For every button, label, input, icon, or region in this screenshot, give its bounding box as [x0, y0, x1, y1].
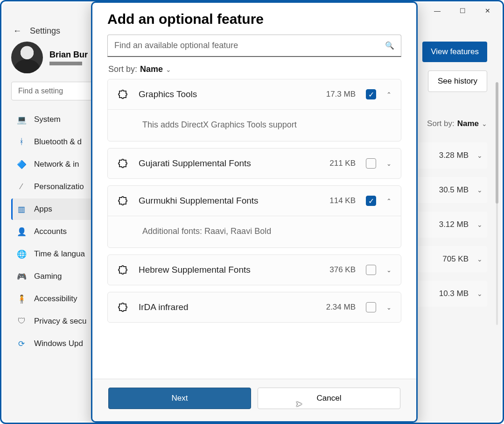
- feature-size: 30.5 MB: [439, 185, 469, 195]
- puzzle-icon: [117, 195, 128, 206]
- puzzle-icon: [117, 302, 128, 313]
- sidebar-icon: ⟳: [16, 339, 27, 349]
- feature-row[interactable]: IrDA infrared 2.34 MB ⌄: [108, 292, 401, 322]
- puzzle-icon: [117, 89, 128, 100]
- feature-checkbox[interactable]: ✓: [366, 196, 376, 206]
- chevron-down-icon: ⌄: [166, 66, 171, 73]
- feature-size: 10.3 MB: [439, 289, 469, 298]
- feature-card: IrDA infrared 2.34 MB ⌄: [107, 292, 401, 323]
- sidebar-item-label: Apps: [34, 205, 52, 214]
- chevron-down-icon: ⌄: [477, 152, 483, 159]
- feature-search-input[interactable]: Find an available optional feature 🔍: [107, 35, 401, 57]
- chevron-down-icon[interactable]: ⌄: [386, 267, 392, 274]
- see-history-button[interactable]: See history: [428, 71, 487, 92]
- sidebar-item-label: System: [34, 115, 61, 124]
- feature-checkbox[interactable]: [366, 158, 376, 169]
- user-email: [49, 62, 82, 65]
- feature-name: Gurmukhi Supplemental Fonts: [139, 196, 259, 206]
- sort-value: Name: [140, 64, 163, 74]
- feature-name: Hebrew Supplemental Fonts: [139, 265, 251, 275]
- feature-size: 3.28 MB: [439, 151, 469, 160]
- cancel-button[interactable]: Cancel: [258, 388, 400, 409]
- feature-card: Graphics Tools 17.3 MB ✓ ⌃ This adds Dir…: [107, 79, 401, 141]
- feature-checkbox[interactable]: [366, 265, 376, 275]
- chevron-down-icon: ⌄: [477, 255, 483, 263]
- installed-feature-row[interactable]: 3.28 MB⌄: [417, 142, 487, 169]
- feature-size: 2.34 MB: [326, 303, 356, 312]
- sidebar-item-label: Windows Upd: [34, 339, 83, 348]
- back-button[interactable]: ←: [13, 26, 21, 36]
- search-placeholder: Find an available optional feature: [114, 41, 238, 50]
- sidebar-icon: ᚼ: [16, 137, 27, 147]
- dialog-footer: Next Cancel ➤: [92, 379, 416, 421]
- cursor-icon: ➤: [295, 399, 302, 409]
- sidebar-item-label: Accounts: [34, 227, 67, 236]
- sidebar-icon: 🎮: [16, 271, 27, 282]
- main-sort-by[interactable]: Sort by: Name ⌄: [427, 119, 487, 128]
- chevron-up-icon[interactable]: ⌃: [386, 91, 392, 98]
- feature-size: 376 KB: [329, 265, 356, 275]
- feature-list: Graphics Tools 17.3 MB ✓ ⌃ This adds Dir…: [107, 79, 401, 372]
- sidebar-icon: ∕: [16, 182, 27, 192]
- feature-size: 3.12 MB: [439, 220, 469, 229]
- sidebar-icon: 🧍: [16, 294, 27, 304]
- chevron-down-icon[interactable]: ⌄: [386, 160, 392, 167]
- feature-row[interactable]: Graphics Tools 17.3 MB ✓ ⌃: [108, 79, 401, 109]
- chevron-down-icon: ⌄: [477, 221, 483, 228]
- app-title: Settings: [30, 26, 60, 36]
- feature-card: Hebrew Supplemental Fonts 376 KB ⌄: [107, 254, 401, 285]
- sort-value: Name: [457, 119, 479, 128]
- installed-feature-row[interactable]: 30.5 MB⌄: [417, 177, 487, 203]
- puzzle-icon: [117, 264, 128, 276]
- chevron-down-icon: ⌄: [477, 186, 483, 194]
- puzzle-icon: [117, 158, 128, 169]
- feature-description: Additional fonts: Raavi, Raavi Bold: [108, 216, 401, 247]
- sidebar-item-label: Time & langua: [34, 249, 85, 259]
- sidebar-item-label: Network & in: [34, 160, 79, 169]
- feature-size: 114 KB: [329, 196, 356, 205]
- minimize-button[interactable]: —: [434, 7, 441, 14]
- sidebar-item-label: Personalizatio: [34, 182, 84, 191]
- feature-name: Graphics Tools: [139, 89, 197, 99]
- sidebar-icon: 🔷: [16, 159, 27, 170]
- feature-name: Gujarati Supplemental Fonts: [139, 158, 251, 169]
- feature-size: 211 KB: [329, 159, 356, 168]
- sidebar-item-label: Privacy & secu: [34, 317, 86, 326]
- feature-checkbox[interactable]: [366, 302, 376, 312]
- feature-row[interactable]: Gurmukhi Supplemental Fonts 114 KB ✓ ⌃: [108, 186, 401, 216]
- sidebar-icon: ▥: [16, 204, 27, 214]
- installed-features-list: 3.28 MB⌄30.5 MB⌄3.12 MB⌄705 KB⌄10.3 MB⌄: [417, 142, 487, 307]
- user-name: Brian Bur: [49, 50, 88, 60]
- search-icon: 🔍: [385, 41, 394, 50]
- feature-checkbox[interactable]: ✓: [366, 89, 376, 99]
- avatar: [11, 42, 43, 73]
- installed-feature-row[interactable]: 705 KB⌄: [417, 246, 487, 272]
- sort-label: Sort by:: [427, 119, 455, 128]
- feature-size: 705 KB: [442, 254, 469, 264]
- chevron-down-icon[interactable]: ⌄: [386, 304, 392, 311]
- feature-row[interactable]: Hebrew Supplemental Fonts 376 KB ⌄: [108, 255, 401, 285]
- sidebar-icon: 🛡: [16, 316, 27, 326]
- chevron-up-icon[interactable]: ⌃: [386, 198, 392, 205]
- sidebar-item-label: Bluetooth & d: [34, 137, 82, 147]
- feature-card: Gurmukhi Supplemental Fonts 114 KB ✓ ⌃ A…: [107, 185, 401, 248]
- installed-feature-row[interactable]: 10.3 MB⌄: [417, 281, 487, 307]
- feature-card: Gujarati Supplemental Fonts 211 KB ⌄: [107, 148, 401, 179]
- feature-description: This adds DirectX Graphics Tools support: [108, 109, 401, 141]
- next-button[interactable]: Next: [108, 388, 251, 409]
- dialog-sort-by[interactable]: Sort by: Name ⌄: [108, 64, 400, 74]
- sidebar-icon: 💻: [16, 114, 27, 125]
- feature-row[interactable]: Gujarati Supplemental Fonts 211 KB ⌄: [108, 148, 401, 178]
- chevron-down-icon: ⌄: [477, 290, 483, 297]
- feature-size: 17.3 MB: [326, 90, 356, 99]
- dialog-title: Add an optional feature: [107, 11, 401, 27]
- maximize-button[interactable]: ☐: [459, 7, 466, 14]
- sidebar-item-label: Accessibility: [34, 294, 77, 304]
- scrollbar-thumb[interactable]: [496, 82, 498, 204]
- feature-name: IrDA infrared: [139, 302, 189, 312]
- close-button[interactable]: ✕: [484, 7, 491, 14]
- sidebar-item-label: Gaming: [34, 272, 62, 281]
- installed-feature-row[interactable]: 3.12 MB⌄: [417, 212, 487, 238]
- chevron-down-icon: ⌄: [482, 120, 487, 127]
- view-features-button[interactable]: View features: [422, 42, 487, 62]
